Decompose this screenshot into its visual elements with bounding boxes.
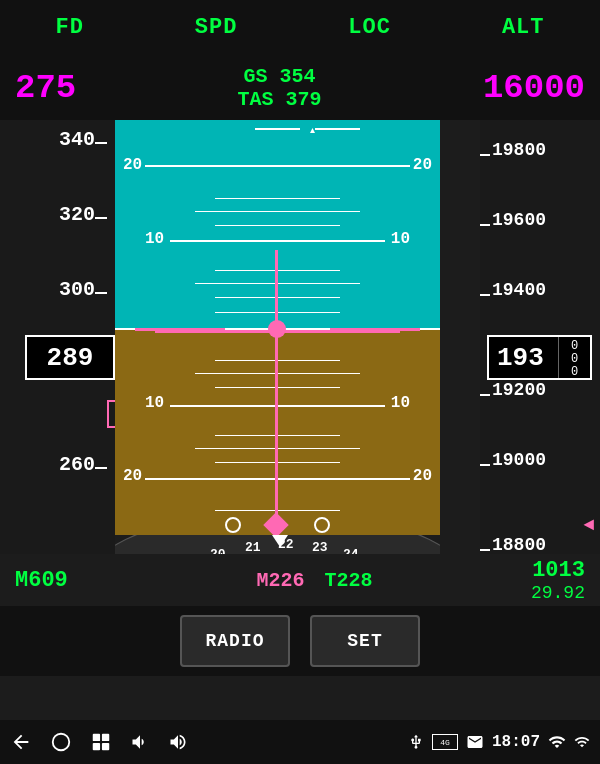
speed-tick bbox=[95, 467, 107, 469]
speed-mark-300: 300 bbox=[59, 280, 95, 300]
system-time: 18:07 bbox=[492, 733, 540, 751]
pitch-circle-right bbox=[314, 517, 330, 533]
speed-tick bbox=[95, 142, 107, 144]
alt-mark-19600: 19600 bbox=[492, 210, 546, 230]
flight-director-vertical bbox=[275, 250, 278, 535]
adi-horizon: 20 20 10 10 10 10 20 20 bbox=[115, 120, 440, 535]
bank-indicator-left bbox=[255, 128, 300, 130]
speed-tick bbox=[95, 292, 107, 294]
alt-mark-19400: 19400 bbox=[492, 280, 546, 300]
current-speed-box: 289 bbox=[25, 335, 115, 380]
mach-display: M609 bbox=[15, 568, 68, 593]
magnetic-heading-label: M226 bbox=[256, 569, 304, 592]
true-airspeed: TAS 379 bbox=[238, 88, 322, 111]
svg-rect-4 bbox=[102, 743, 109, 750]
alt-tick bbox=[480, 224, 490, 226]
bottom-data-bar: M609 M226 T228 1013 29.92 bbox=[0, 554, 600, 606]
aircraft-wing-left bbox=[135, 328, 225, 331]
mode-annunciator-bar: FD SPD LOC ALT bbox=[0, 0, 600, 55]
pitch-line-small-1 bbox=[215, 198, 340, 199]
aircraft-center-dot bbox=[268, 320, 286, 338]
android-nav-icons bbox=[10, 731, 188, 753]
pitch-label-10-bottom-left: 10 bbox=[145, 394, 164, 412]
alt-tick bbox=[480, 294, 490, 296]
altitude-drum: 0 0 0 bbox=[558, 337, 590, 380]
svg-rect-3 bbox=[93, 743, 100, 750]
alt-mark-18800: 18800 bbox=[492, 535, 546, 555]
info-row: 275 GS 354 TAS 379 16000 bbox=[0, 55, 600, 120]
alt-tick bbox=[480, 549, 490, 551]
wifi-icon bbox=[548, 733, 566, 751]
selected-speed: 275 bbox=[15, 69, 76, 107]
true-heading-label: T228 bbox=[324, 569, 372, 592]
pitch-label-10-bottom-right: 10 bbox=[391, 394, 410, 412]
heading-triangle bbox=[272, 535, 288, 547]
speed-mark-340: 340 bbox=[59, 130, 95, 150]
baro-hpa-value: 1013 bbox=[532, 558, 585, 583]
alt-drum-digit-1: 0 bbox=[571, 340, 578, 353]
vsi-indicator: ◄ bbox=[578, 510, 600, 540]
loc-mode: LOC bbox=[348, 15, 391, 40]
home-icon[interactable] bbox=[50, 731, 72, 753]
recents-icon[interactable] bbox=[90, 731, 112, 753]
alt-tick bbox=[480, 154, 490, 156]
gs-tas-display: GS 354 TAS 379 bbox=[238, 65, 322, 111]
pitch-label-20-left: 20 bbox=[123, 156, 142, 174]
heading-labels: M226 T228 bbox=[256, 569, 372, 592]
speed-tick bbox=[95, 217, 107, 219]
pitch-line-20-top bbox=[145, 165, 410, 167]
speed-mark-320: 320 bbox=[59, 205, 95, 225]
pitch-label-20-bottom-left: 20 bbox=[123, 467, 142, 485]
speed-mark-260: 260 bbox=[59, 455, 95, 475]
svg-rect-2 bbox=[102, 734, 109, 741]
baro-display: 1013 29.92 bbox=[531, 558, 585, 603]
usb-icon bbox=[408, 734, 424, 750]
vsi-arrow: ◄ bbox=[584, 515, 595, 535]
compass-num-21: 21 bbox=[245, 540, 261, 555]
alt-mark-19800: 19800 bbox=[492, 140, 546, 160]
current-speed-value: 289 bbox=[47, 343, 94, 373]
current-altitude-box: 193 0 0 0 bbox=[487, 335, 592, 380]
selected-altitude: 16000 bbox=[483, 69, 585, 107]
alt-tick bbox=[480, 394, 490, 396]
volume2-icon[interactable] bbox=[168, 732, 188, 752]
email-icon bbox=[466, 733, 484, 751]
current-altitude-value: 193 bbox=[497, 343, 544, 373]
pitch-label-20-bottom-right: 20 bbox=[413, 467, 432, 485]
svg-rect-1 bbox=[93, 734, 100, 741]
radio-button[interactable]: RADIO bbox=[180, 615, 290, 667]
alt-mark-19200: 19200 bbox=[492, 380, 546, 400]
mach-value: M609 bbox=[15, 568, 68, 593]
pitch-line-small-2 bbox=[195, 211, 360, 212]
alt-mark-19000: 19000 bbox=[492, 450, 546, 470]
network-indicator: 4G bbox=[432, 734, 458, 750]
instrument-panel: FD SPD LOC ALT 275 GS 354 TAS 379 16000 … bbox=[0, 0, 600, 720]
back-icon[interactable] bbox=[10, 731, 32, 753]
pitch-line-10-top bbox=[170, 240, 385, 242]
alt-tick bbox=[480, 464, 490, 466]
baro-inhg-value: 29.92 bbox=[531, 583, 585, 603]
android-right-icons: 4G 18:07 bbox=[408, 733, 590, 751]
pitch-line-small-3 bbox=[215, 225, 340, 226]
volume-icon[interactable] bbox=[130, 732, 150, 752]
svg-point-0 bbox=[53, 734, 70, 751]
bank-indicator-right bbox=[315, 128, 360, 130]
alt-drum-digit-3: 0 bbox=[571, 366, 578, 379]
pitch-label-10-right: 10 bbox=[391, 230, 410, 248]
spd-mode: SPD bbox=[195, 15, 238, 40]
aircraft-wing-right bbox=[330, 328, 420, 331]
set-button[interactable]: SET bbox=[310, 615, 420, 667]
fd-mode: FD bbox=[55, 15, 83, 40]
network-text: 4G bbox=[440, 738, 450, 747]
signal-icon bbox=[574, 734, 590, 750]
pitch-circle-left bbox=[225, 517, 241, 533]
pitch-label-10-left: 10 bbox=[145, 230, 164, 248]
android-status-bar: 4G 18:07 bbox=[0, 720, 600, 764]
alt-mode: ALT bbox=[502, 15, 545, 40]
button-bar: RADIO SET bbox=[0, 606, 600, 676]
pitch-label-20-right: 20 bbox=[413, 156, 432, 174]
ground-speed: GS 354 bbox=[244, 65, 316, 88]
compass-num-23: 23 bbox=[312, 540, 328, 555]
